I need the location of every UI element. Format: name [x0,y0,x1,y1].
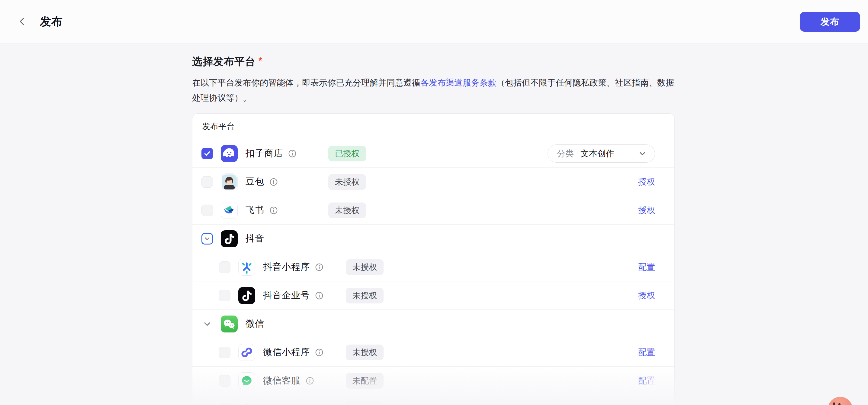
status-badge: 未授权 [346,401,383,405]
platform-label: 飞书 [246,204,264,216]
table-row-wechat: 微信 [192,310,674,338]
row-platform-cell: 扣子商店 [202,145,328,162]
row-action-cell: 授权 [638,290,655,301]
row-action-cell: 配置 [638,347,655,358]
row-platform-cell: 飞书 [202,202,328,219]
row-action-link[interactable]: 配置 [638,404,655,405]
douyin-enterprise-icon [238,287,255,304]
row-platform-cell: 微信客服 [219,372,346,389]
platform-label: 扣子商店 [246,147,283,160]
status-badge: 未授权 [346,345,383,360]
description-text-before: 在以下平台发布你的智能体，即表示你已充分理解并同意遵循 [192,78,421,87]
platform-table: 发布平台 扣子商店已授权分类文本创作豆包未授权授权飞书未授权授权抖音抖音小程序未… [192,113,675,405]
row-action-cell: 配置 [638,404,655,405]
row-checkbox-unchecked[interactable] [219,261,230,273]
info-icon[interactable] [269,177,278,186]
douyin-icon [221,230,238,247]
table-row-wechat-mini: 微信小程序未授权配置 [192,338,674,367]
coze-store-icon [221,145,238,162]
wechat-icon [221,316,238,332]
category-select[interactable]: 分类文本创作 [548,144,655,163]
mascot-eye [833,402,835,405]
doubao-icon [221,173,238,191]
platform-label: 微信 [246,318,264,330]
status-badge: 未授权 [346,288,383,303]
platform-label: 抖音企业号 [263,289,310,301]
back-button[interactable] [16,15,29,28]
row-action-cell: 授权 [638,205,655,216]
page-title: 发布 [40,14,63,29]
mascot-eye [838,403,840,405]
status-badge: 未授权 [346,259,383,275]
info-icon[interactable] [305,376,314,385]
row-action-link[interactable]: 授权 [638,290,655,301]
chevron-down-icon[interactable] [202,318,213,330]
section-title: 选择发布平台 [192,55,255,68]
row-checkbox-checked[interactable] [202,148,213,159]
row-platform-cell: 微信小程序 [219,344,346,361]
table-row-douyin-enterprise: 抖音企业号未授权授权 [192,281,674,310]
row-action-link[interactable]: 配置 [638,261,655,273]
section-description: 在以下平台发布你的智能体，即表示你已充分理解并同意遵循各发布渠道服务条款（包括但… [192,75,675,106]
status-badge: 未授权 [328,202,366,218]
section-title-row: 选择发布平台 * [192,55,675,68]
row-platform-cell: 抖音小程序 [219,259,346,276]
row-platform-cell: 微信 [202,316,328,332]
row-checkbox-unchecked[interactable] [219,404,230,405]
table-row-coze-store: 扣子商店已授权分类文本创作 [192,139,674,168]
app-root: 发布 发布 选择发布平台 * 在以下平台发布你的智能体，即表示你已充分理解并同意… [0,0,868,405]
row-action-cell: 配置 [638,375,655,386]
row-action-cell: 分类文本创作 [548,144,655,163]
category-select-label: 分类 [557,148,574,159]
row-checkbox-unchecked[interactable] [219,375,230,386]
table-row-douyin: 抖音 [192,225,674,253]
row-platform-cell: 豆包 [202,173,328,191]
row-checkbox-unchecked[interactable] [219,347,230,358]
chevron-down-icon [638,149,647,158]
platform-label: 抖音 [246,232,264,245]
terms-link[interactable]: 各发布渠道服务条款 [421,78,497,87]
main-content: 选择发布平台 * 在以下平台发布你的智能体，即表示你已充分理解并同意遵循各发布渠… [192,55,675,405]
table-row-douyin-mini: 抖音小程序未授权配置 [192,253,674,281]
status-badge: 未授权 [328,174,366,190]
info-icon[interactable] [269,206,278,215]
info-icon[interactable] [315,291,324,300]
status-badge: 已授权 [328,146,366,162]
platform-label: 抖音小程序 [263,261,310,273]
row-platform-cell: 抖音 [202,230,328,247]
feishu-icon [221,202,238,219]
row-action-cell: 授权 [638,176,655,188]
category-select-value: 文本创作 [581,148,614,159]
row-checkbox-unchecked[interactable] [202,205,213,216]
row-action-link[interactable]: 配置 [638,375,655,386]
table-header: 发布平台 [192,114,674,139]
row-platform-cell: 抖音企业号 [219,287,346,304]
group-expand-checkbox[interactable] [202,233,213,244]
table-row-doubao: 豆包未授权授权 [192,168,674,196]
table-row-wechat-kefu: 微信客服未配置配置 [192,367,674,395]
required-asterisk: * [258,55,262,65]
row-action-cell: 配置 [638,261,655,273]
publish-button[interactable]: 发布 [800,12,860,32]
info-icon[interactable] [288,149,297,158]
wechat-mini-icon [238,344,255,361]
table-rows: 扣子商店已授权分类文本创作豆包未授权授权飞书未授权授权抖音抖音小程序未授权配置抖… [192,139,674,405]
top-header: 发布 发布 [0,0,868,44]
row-checkbox-unchecked[interactable] [202,176,213,188]
row-action-link[interactable]: 授权 [638,176,655,188]
assistant-mascot-button[interactable] [828,397,852,405]
row-platform-cell: 微信服务号 [219,401,346,405]
row-action-link[interactable]: 授权 [638,205,655,216]
info-icon[interactable] [315,263,324,272]
platform-label: 微信客服 [263,374,301,387]
row-checkbox-unchecked[interactable] [219,290,230,301]
platform-label: 微信小程序 [263,346,310,358]
douyin-mini-icon [238,259,255,276]
platform-label: 微信服务号 [263,403,310,405]
platform-label: 豆包 [246,176,264,188]
info-icon[interactable] [315,348,324,357]
table-row-wechat-service: 微信服务号未授权配置 [192,395,674,405]
wechat-service-icon [238,401,255,405]
row-action-link[interactable]: 配置 [638,347,655,358]
table-row-feishu: 飞书未授权授权 [192,196,674,225]
